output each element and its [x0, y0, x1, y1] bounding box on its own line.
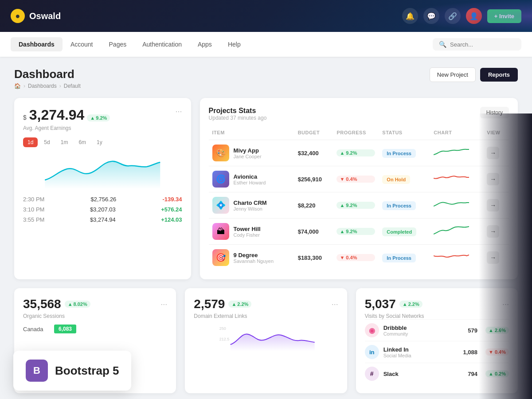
page-title: Dashboard: [14, 67, 81, 81]
time-tab-1y[interactable]: 1y: [92, 137, 107, 147]
time-tabs: 1d 5d 1m 6m 1y: [23, 137, 182, 147]
breadcrumb-default: Default: [64, 83, 81, 89]
history-button[interactable]: History: [480, 107, 509, 118]
svg-text:212.5: 212.5: [219, 337, 230, 341]
breadcrumb-dashboards[interactable]: Dashboards: [28, 83, 57, 89]
time-tab-5d[interactable]: 5d: [39, 137, 54, 147]
status-badge-charto: In Process: [382, 201, 416, 210]
nav-item-authentication[interactable]: Authentication: [134, 37, 190, 51]
dribbble-icon: ◉: [365, 323, 379, 337]
earnings-badge: ▲ 9.2%: [87, 114, 110, 121]
view-btn-9degree[interactable]: →: [487, 251, 499, 264]
projects-stats-card: Projects Stats Updated 37 minutes ago Hi…: [200, 98, 518, 279]
header-right: 🔔 💬 🔗 👤 + Invite: [402, 8, 521, 24]
slack-icon: #: [365, 367, 379, 381]
nav-bar: Dashboards Account Pages Authentication …: [0, 32, 532, 57]
country-name: Canada: [23, 326, 50, 332]
earnings-menu-icon[interactable]: ···: [176, 107, 182, 116]
logo-area: ● Oswald: [11, 9, 61, 23]
chart-mivy: [434, 146, 469, 158]
social-menu-icon[interactable]: ···: [502, 300, 509, 309]
project-item-mivy: 🎨 Mivy AppJane Cooper: [212, 145, 291, 161]
earnings-card: $ 3,274.94 ▲ 9.2% Avg. Agent Earnings ··…: [14, 98, 191, 279]
domain-label: Domain External Links: [194, 313, 338, 319]
earnings-row-1: 2:30 PM $2,756.26 -139.34: [23, 196, 182, 203]
search-input[interactable]: [450, 41, 515, 48]
earnings-row-2: 3:10 PM $3,207.03 +576.24: [23, 206, 182, 213]
projects-title: Projects Stats: [209, 107, 267, 115]
nav-item-pages[interactable]: Pages: [101, 37, 135, 51]
svg-text:250: 250: [219, 326, 226, 331]
status-badge-tower: Completed: [382, 227, 416, 236]
new-project-button[interactable]: New Project: [430, 67, 476, 82]
project-thumb-avionica: 🌀: [212, 171, 229, 188]
table-row: 🌀 AvionicaEsther Howard $256,910 ▼ 0.4% …: [209, 166, 509, 192]
col-budget: BUDGET: [294, 130, 333, 140]
status-badge-mivy: In Process: [382, 149, 416, 158]
earnings-row-3: 3:55 PM $3,274.94 +124.03: [23, 216, 182, 223]
project-thumb-9degree: 🎯: [212, 249, 229, 266]
domain-chart: 250 212.5: [194, 325, 338, 356]
messages-icon-btn[interactable]: 💬: [423, 8, 439, 24]
social-card: 5,037 ▲ 2.2% ··· Visits by Social Networ…: [356, 288, 518, 393]
col-chart: CHART: [430, 130, 483, 140]
share-icon-btn[interactable]: 🔗: [445, 8, 461, 24]
invite-button[interactable]: + Invite: [487, 9, 521, 23]
nav-item-apps[interactable]: Apps: [190, 37, 220, 51]
top-header: ● Oswald 🔔 💬 🔗 👤 + Invite: [0, 0, 532, 32]
organic-value: 35,568: [23, 297, 61, 311]
breadcrumb-home-icon: 🏠: [14, 83, 21, 89]
social-label: Visits by Social Networks: [365, 313, 509, 319]
col-item: ITEM: [209, 130, 294, 140]
projects-header: Projects Stats Updated 37 minutes ago Hi…: [209, 107, 509, 128]
table-row: 🏔 Tower HillCody Fisher $74,000 ▲ 9.2% C…: [209, 219, 509, 245]
country-row: Canada 6,083: [23, 325, 167, 333]
cards-row-1: $ 3,274.94 ▲ 9.2% Avg. Agent Earnings ··…: [14, 98, 518, 279]
organic-badge: ▲ 8.02%: [65, 301, 90, 308]
country-bar: 6,083: [54, 325, 76, 333]
domain-value: 2,579: [194, 297, 225, 311]
col-status: STATUS: [379, 130, 430, 140]
organic-menu-icon[interactable]: ···: [160, 300, 167, 309]
projects-updated: Updated 37 minutes ago: [209, 115, 267, 121]
view-btn-tower[interactable]: →: [487, 225, 499, 238]
bootstrap-overlay: B Bootstrap 5: [13, 351, 131, 391]
domain-card: 2,579 ▲ 2.2% ··· Domain External Links 2…: [185, 288, 347, 393]
reports-button[interactable]: Reports: [480, 68, 518, 82]
project-thumb-mivy: 🎨: [212, 145, 229, 161]
page-header: Dashboard 🏠 › Dashboards › Default New P…: [14, 67, 518, 89]
view-btn-avionica[interactable]: →: [487, 173, 499, 185]
view-btn-charto[interactable]: →: [487, 199, 499, 211]
table-row: 💠 Charto CRMJenny Wilson $8,220 ▲ 9.2% I…: [209, 192, 509, 219]
nav-item-account[interactable]: Account: [63, 37, 101, 51]
status-badge-9degree: In Process: [382, 254, 416, 262]
nav-item-dashboards[interactable]: Dashboards: [11, 37, 63, 51]
earnings-chart: [23, 153, 182, 189]
social-item-linkedin: in Linked In Social Media 1,088 ▼ 0.4%: [365, 341, 509, 363]
time-tab-6m[interactable]: 6m: [74, 137, 90, 147]
domain-badge: ▲ 2.2%: [228, 301, 251, 308]
nav-item-help[interactable]: Help: [220, 37, 249, 51]
earnings-value: 3,274.94: [29, 107, 85, 123]
project-thumb-tower: 🏔: [212, 223, 229, 240]
page-actions: New Project Reports: [430, 67, 518, 82]
view-btn-mivy[interactable]: →: [487, 147, 499, 159]
col-progress: PROGRESS: [333, 130, 379, 140]
status-badge-avionica: On Hold: [382, 175, 410, 184]
time-tab-1d[interactable]: 1d: [23, 137, 38, 147]
earnings-header: $ 3,274.94 ▲ 9.2% Avg. Agent Earnings: [23, 107, 110, 137]
search-icon: 🔍: [439, 41, 446, 48]
notifications-icon-btn[interactable]: 🔔: [402, 8, 418, 24]
project-thumb-charto: 💠: [212, 197, 229, 214]
linkedin-icon: in: [365, 345, 379, 359]
social-value: 5,037: [365, 297, 396, 311]
projects-table: ITEM BUDGET PROGRESS STATUS CHART VIEW 🎨…: [209, 130, 509, 270]
logo-icon: ●: [11, 9, 25, 23]
bootstrap-text: Bootstrap 5: [55, 364, 119, 378]
avatar[interactable]: 👤: [466, 8, 482, 24]
earnings-rows: 2:30 PM $2,756.26 -139.34 3:10 PM $3,207…: [23, 196, 182, 223]
domain-menu-icon[interactable]: ···: [332, 300, 338, 309]
logo-text: Oswald: [29, 11, 61, 21]
time-tab-1m[interactable]: 1m: [56, 137, 73, 147]
bootstrap-icon: B: [26, 360, 48, 382]
